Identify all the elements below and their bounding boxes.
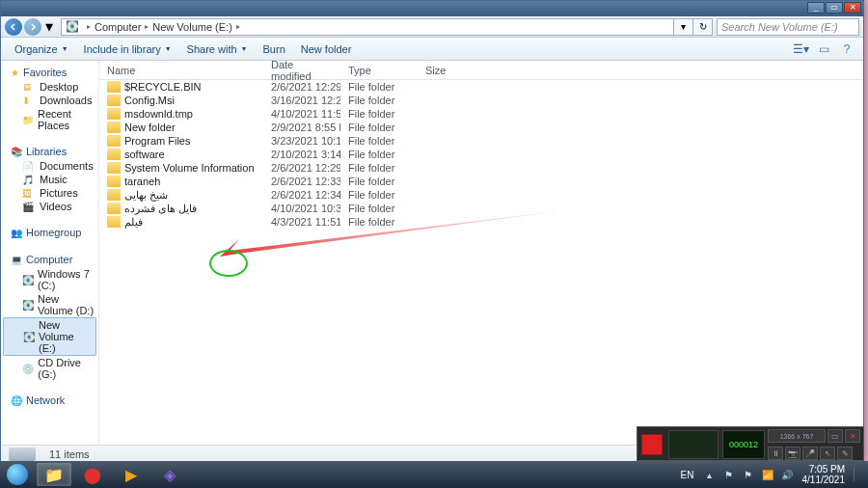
address-dropdown[interactable]: ▾: [674, 18, 693, 36]
file-row[interactable]: $RECYCLE.BIN2/6/2021 12:29 AMFile folder: [99, 80, 863, 94]
minimize-button[interactable]: _: [807, 2, 825, 14]
nav-music[interactable]: 🎵Music: [1, 173, 98, 186]
file-list[interactable]: $RECYCLE.BIN2/6/2021 12:29 AMFile folder…: [99, 80, 863, 445]
file-name: Program Files: [124, 135, 190, 147]
forward-button[interactable]: [24, 18, 41, 36]
include-library-menu[interactable]: Include in library▼: [76, 41, 179, 58]
recorder-pause-button[interactable]: ⏸: [768, 447, 783, 460]
refresh-button[interactable]: ↻: [693, 18, 713, 36]
nav-documents[interactable]: 📄Documents: [1, 159, 98, 173]
recorder-cursor-button[interactable]: ↖: [820, 447, 835, 460]
preview-pane-button[interactable]: ▭: [813, 41, 834, 58]
column-type[interactable]: Type: [340, 61, 418, 79]
drive-icon: 💽: [22, 300, 34, 311]
nav-drive-d[interactable]: 💽New Volume (D:): [1, 292, 98, 317]
navigation-pane: ★Favorites 🖥Desktop ⬇Downloads 📁Recent P…: [1, 61, 99, 445]
column-name[interactable]: Name: [99, 61, 263, 79]
nav-drive-e[interactable]: 💽New Volume (E:): [3, 317, 96, 356]
desktop-icon: 🖥: [22, 82, 36, 93]
recorder-fullscreen-button[interactable]: ▭: [827, 429, 843, 443]
file-row[interactable]: System Volume Information2/6/2021 12:29 …: [99, 161, 863, 175]
recorder-close-button[interactable]: ✕: [845, 429, 860, 443]
nav-pictures[interactable]: 🖼Pictures: [1, 186, 98, 200]
recorder-webcam-button[interactable]: 📷: [785, 447, 800, 460]
computer-header[interactable]: 💻Computer: [1, 252, 98, 267]
folder-icon: [107, 176, 121, 187]
file-row[interactable]: Config.Msi3/16/2021 12:29 AMFile folder: [99, 94, 863, 107]
homegroup-icon: 👥: [11, 228, 22, 238]
back-button[interactable]: [5, 18, 22, 36]
nav-downloads[interactable]: ⬇Downloads: [1, 94, 98, 107]
file-row[interactable]: Program Files3/23/2021 10:10 PMFile fold…: [99, 134, 863, 148]
screen-recorder-widget: 000012 1366 x 767 ▭ ✕ ⏸ 📷 🎤 ↖ ✎ ⚙: [637, 426, 864, 461]
view-menu[interactable]: ☰▾: [790, 41, 811, 58]
tray-action-center-icon[interactable]: ⚑: [742, 468, 755, 481]
network-header[interactable]: 🌐Network: [1, 393, 98, 408]
share-with-menu[interactable]: Share with▼: [179, 41, 256, 58]
nav-bar: ▾ 💽 ▸ Computer ▸ New Volume (E:) ▸ ▾ ↻ S…: [1, 16, 863, 38]
close-button[interactable]: ✕: [844, 2, 861, 14]
favorites-header[interactable]: ★Favorites: [1, 65, 98, 80]
nav-videos[interactable]: 🎬Videos: [1, 200, 98, 213]
folder-icon: 📁: [44, 466, 64, 484]
maximize-button[interactable]: ▭: [826, 2, 843, 14]
address-bar[interactable]: 💽 ▸ Computer ▸ New Volume (E:) ▸: [61, 18, 674, 36]
search-input[interactable]: Search New Volume (E:): [717, 18, 859, 36]
record-stop-button[interactable]: [641, 434, 663, 455]
file-type: File folder: [340, 162, 418, 174]
recorder-draw-button[interactable]: ✎: [837, 447, 853, 460]
breadcrumb-volume[interactable]: New Volume (E:): [152, 21, 232, 33]
column-headers: Name Date modified Type Size: [99, 61, 863, 80]
taskbar-clock[interactable]: 7:05 PM 4/11/2021: [802, 464, 846, 485]
windows-orb-icon: [7, 464, 28, 485]
column-size[interactable]: Size: [418, 61, 475, 79]
language-indicator[interactable]: EN: [681, 470, 694, 480]
system-tray: EN ▴ ⚑ ⚑ 📶 🔊 7:05 PM 4/11/2021: [671, 464, 868, 485]
help-button[interactable]: ?: [836, 41, 857, 58]
nav-drive-c[interactable]: 💽Windows 7 (C:): [1, 267, 98, 292]
nav-desktop[interactable]: 🖥Desktop: [1, 80, 98, 94]
folder-icon: [107, 216, 121, 228]
video-icon: 🎬: [22, 202, 36, 212]
file-row[interactable]: New folder2/9/2021 8:55 PMFile folder: [99, 121, 863, 134]
nav-recent[interactable]: 📁Recent Places: [1, 107, 98, 132]
history-dropdown[interactable]: ▾: [43, 18, 55, 36]
recorder-preview: [668, 430, 719, 459]
nav-drive-cd[interactable]: 💿CD Drive (G:): [1, 356, 98, 381]
task-media-player[interactable]: ▶: [114, 463, 149, 486]
drive-icon: [9, 447, 36, 461]
file-date: 2/6/2021 12:34 AM: [263, 189, 340, 201]
file-row[interactable]: msdownld.tmp4/10/2021 11:58 PMFile folde…: [99, 107, 863, 121]
homegroup-header[interactable]: 👥Homegroup: [1, 225, 98, 240]
folder-icon: [107, 81, 121, 93]
file-row[interactable]: فایل های فشرده4/10/2021 10:39 PMFile fol…: [99, 202, 863, 215]
file-name: فیلم: [124, 216, 143, 229]
libraries-header[interactable]: 📚Libraries: [1, 144, 98, 159]
task-explorer[interactable]: 📁: [37, 463, 71, 486]
file-date: 2/9/2021 8:55 PM: [263, 122, 340, 133]
file-date: 2/6/2021 12:29 AM: [263, 81, 340, 93]
file-row[interactable]: شیخ بهایی2/6/2021 12:34 AMFile folder: [99, 188, 863, 202]
breadcrumb-computer[interactable]: Computer: [95, 21, 141, 33]
content-area: Name Date modified Type Size $RECYCLE.BI…: [99, 61, 863, 445]
file-row[interactable]: software2/10/2021 3:14 PMFile folder: [99, 148, 863, 161]
folder-icon: [107, 108, 121, 120]
tray-expand-icon[interactable]: ▴: [703, 468, 717, 481]
file-name: software: [124, 149, 165, 160]
burn-button[interactable]: Burn: [256, 41, 293, 58]
show-desktop-button[interactable]: [854, 468, 861, 481]
tray-volume-icon[interactable]: 🔊: [780, 468, 794, 481]
recorder-mic-button[interactable]: 🎤: [802, 447, 818, 460]
tray-network-icon[interactable]: 📶: [761, 468, 774, 481]
chevron-right-icon: ▸: [87, 22, 91, 31]
start-button[interactable]: [0, 461, 35, 488]
file-row[interactable]: فیلم4/3/2021 11:51 AMFile folder: [99, 215, 863, 229]
new-folder-button[interactable]: New folder: [293, 41, 360, 58]
task-recorder[interactable]: ⬤: [75, 463, 110, 486]
tray-flag-icon[interactable]: ⚑: [722, 468, 736, 481]
file-row[interactable]: taraneh2/6/2021 12:33 AMFile folder: [99, 175, 863, 188]
file-type: File folder: [340, 135, 418, 147]
column-date[interactable]: Date modified: [263, 61, 340, 79]
task-app[interactable]: ◈: [152, 463, 187, 486]
organize-menu[interactable]: Organize▼: [7, 41, 76, 58]
